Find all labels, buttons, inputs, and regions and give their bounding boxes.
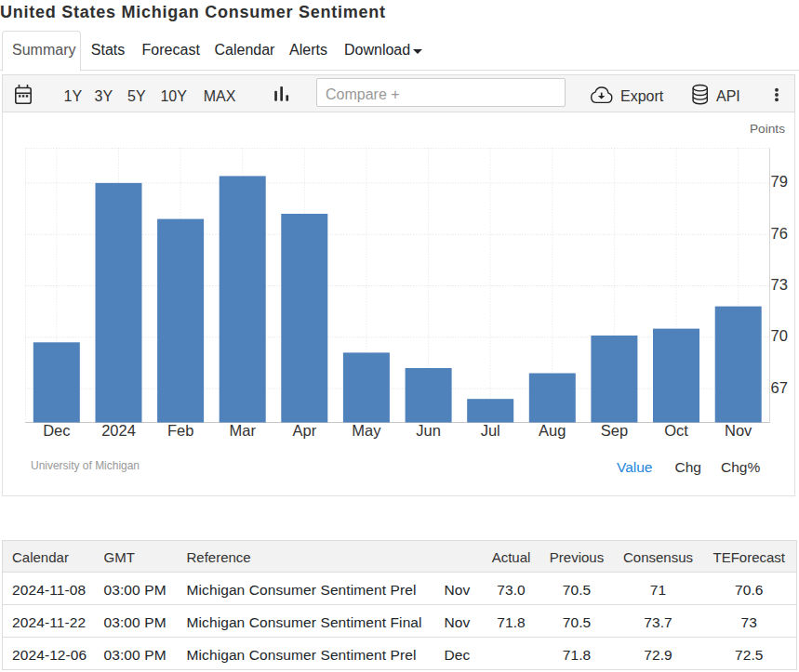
svg-text:Value: Value bbox=[617, 459, 653, 475]
svg-text:Apr: Apr bbox=[292, 422, 316, 439]
svg-text:Mar: Mar bbox=[229, 422, 256, 439]
svg-text:Chg%: Chg% bbox=[721, 459, 760, 475]
svg-text:Jun: Jun bbox=[416, 422, 441, 439]
svg-text:Aug: Aug bbox=[539, 422, 566, 439]
svg-text:73: 73 bbox=[771, 276, 788, 293]
svg-text:Points: Points bbox=[750, 122, 785, 136]
svg-text:76: 76 bbox=[771, 225, 788, 242]
svg-text:May: May bbox=[352, 422, 381, 439]
svg-text:79: 79 bbox=[771, 173, 788, 190]
svg-text:Nov: Nov bbox=[725, 422, 752, 439]
svg-text:University of Michigan: University of Michigan bbox=[31, 458, 140, 472]
svg-text:Jul: Jul bbox=[481, 422, 500, 439]
svg-text:Chg: Chg bbox=[675, 459, 701, 475]
svg-text:2024: 2024 bbox=[101, 422, 136, 439]
svg-text:Oct: Oct bbox=[664, 422, 688, 439]
svg-text:Feb: Feb bbox=[167, 422, 193, 439]
svg-text:Dec: Dec bbox=[43, 422, 70, 439]
svg-text:67: 67 bbox=[771, 379, 788, 396]
svg-text:70: 70 bbox=[771, 327, 788, 344]
svg-text:Sep: Sep bbox=[601, 422, 628, 439]
